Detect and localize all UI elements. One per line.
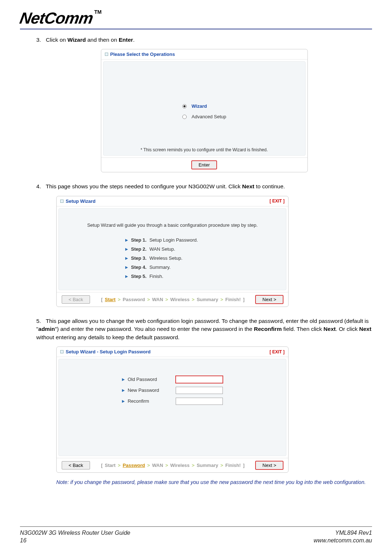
wizard-step-5: ▶Step 5.Finish. [125,274,220,279]
square-bullet-icon [60,350,64,353]
wizard-step-3: ▶Step 3.Wireless Setup. [125,255,220,261]
breadcrumb-wan: WAN [152,297,163,302]
wizard-step-2: ▶Step 2.WAN Setup. [125,246,220,252]
login-password-panel: Setup Wizard - Setup Login Password [ EX… [56,346,289,473]
wizard-intro-text: Setup Wizard will guide you through a ba… [62,222,282,228]
back-button: < Back [62,295,90,304]
breadcrumb-start[interactable]: Start [105,297,116,302]
step-4-instruction: 4. This page shows you the steps needed … [36,182,372,190]
reconfirm-label: ▶Reconfirm [122,398,159,404]
footer-url: www.netcomm.com.au [314,537,372,545]
panel-title: Setup Wizard - Setup Login Password [66,349,151,354]
breadcrumb-start: Start [105,463,116,468]
reconfirm-input[interactable] [176,398,223,405]
wizard-breadcrumb: [ Start > Password > WAN > Wireless > Su… [101,463,244,468]
step-3-instruction: 3. Click on Wizard and then on Enter. [36,36,372,44]
breadcrumb-password[interactable]: Password [123,463,145,468]
trademark-icon: TM [94,9,102,15]
breadcrumb-wan: WAN [152,463,163,468]
breadcrumb-summary: Summary [197,297,218,302]
triangle-icon: ▶ [125,238,128,242]
panel-header: Please Select the Operations [101,49,307,59]
new-password-input[interactable] [176,387,223,394]
panel-header: Setup Wizard - Setup Login Password [ EX… [57,347,288,357]
new-password-label: ▶New Password [122,387,159,393]
breadcrumb-wireless: Wireless [170,297,189,302]
radio-selected-icon[interactable] [182,104,187,108]
brand-logo: NetComm [19,9,95,27]
breadcrumb-finish: Finish! [225,297,241,302]
operations-panel: Please Select the Operations Wizard Adva… [101,49,308,172]
panel-title: Setup Wizard [66,198,95,204]
reminder-text: * This screen reminds you to configure u… [103,147,305,152]
triangle-icon: ▶ [125,274,128,278]
footer-revision: YML894 Rev1 [314,529,372,537]
triangle-icon: ▶ [122,388,125,392]
breadcrumb-password: Password [123,297,145,302]
triangle-icon: ▶ [125,247,128,251]
back-button[interactable]: < Back [62,461,90,469]
radio-option-advanced[interactable]: Advanced Setup [182,114,226,119]
breadcrumb-wireless: Wireless [170,463,189,468]
wizard-breadcrumb: [ Start > Password > WAN > Wireless > Su… [101,297,244,302]
wizard-step-4: ▶Step 4.Summary. [125,264,220,270]
panel-header: Setup Wizard [ EXIT ] [57,196,288,206]
triangle-icon: ▶ [122,399,125,403]
header-logo-row: NetComm TM [20,9,372,29]
next-button[interactable]: Next > [256,295,283,304]
triangle-icon: ▶ [125,265,128,269]
square-bullet-icon [60,200,64,203]
breadcrumb-finish: Finish! [225,463,241,468]
exit-link[interactable]: [ EXIT ] [270,349,285,354]
breadcrumb-summary: Summary [197,463,218,468]
footer-guide-title: N3G002W 3G Wireless Router User Guide [20,529,130,537]
radio-unselected-icon[interactable] [182,115,187,119]
square-bullet-icon [105,53,108,56]
step-5-instruction: 5. This page allows you to change the we… [36,317,372,341]
setup-wizard-panel: Setup Wizard [ EXIT ] Setup Wizard will … [56,196,289,307]
triangle-icon: ▶ [125,256,128,260]
enter-button[interactable]: Enter [192,161,217,169]
panel-title: Please Select the Operations [110,52,175,57]
old-password-input[interactable] [176,376,223,383]
password-note: Note: if you change the password, please… [56,479,372,486]
triangle-icon: ▶ [122,377,125,381]
exit-link[interactable]: [ EXIT ] [270,198,285,204]
page-footer: N3G002W 3G Wireless Router User Guide 16… [20,526,372,545]
wizard-step-1: ▶Step 1.Setup Login Password. [125,237,220,243]
radio-option-wizard[interactable]: Wizard [182,103,226,109]
old-password-label: ▶Old Password [122,376,159,382]
next-button[interactable]: Next > [256,461,283,469]
footer-page-number: 16 [20,537,130,545]
